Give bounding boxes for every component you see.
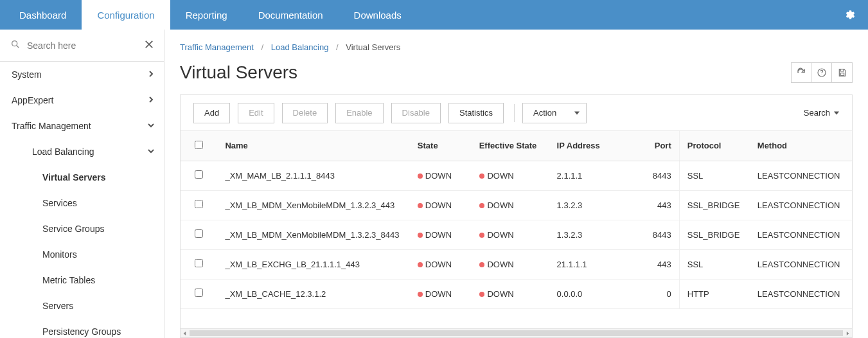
status-dot-icon: [479, 203, 484, 208]
help-button[interactable]: [811, 62, 832, 83]
col-effective-state[interactable]: Effective State: [466, 131, 549, 161]
sidebar-item-service-groups[interactable]: Service Groups: [0, 216, 164, 242]
col-state[interactable]: State: [410, 131, 467, 161]
row-checkbox[interactable]: [195, 200, 203, 208]
search-dropdown[interactable]: Search: [804, 108, 839, 118]
row-checkbox[interactable]: [195, 170, 203, 179]
col-method[interactable]: Method: [750, 131, 852, 161]
col-protocol[interactable]: Protocol: [679, 131, 750, 161]
cell-select: [181, 220, 217, 249]
enable-button[interactable]: Enable: [335, 103, 383, 123]
row-checkbox[interactable]: [195, 229, 203, 238]
col-select[interactable]: [181, 131, 217, 161]
cell-protocol: SSL: [679, 161, 750, 190]
sidebar-item-load-balancing[interactable]: Load Balancing: [0, 139, 164, 165]
table-scroll[interactable]: NameStateEffective StateIP AddressPortPr…: [181, 131, 852, 328]
sidebar-item-servers[interactable]: Servers: [0, 293, 164, 319]
col-ip-address[interactable]: IP Address: [549, 131, 636, 161]
status-dot-icon: [479, 292, 484, 297]
status-dot-icon: [479, 262, 484, 267]
sidebar-item-label: AppExpert: [12, 95, 53, 105]
toolbar-separator: [514, 104, 515, 122]
save-button[interactable]: [832, 62, 853, 83]
row-checkbox[interactable]: [195, 289, 203, 297]
caret-down-icon: [574, 108, 580, 118]
cell-effective-state: DOWN: [466, 161, 549, 190]
cell-name: _XM_MAM_LB_2.1.1.1_8443: [217, 161, 409, 190]
sidebar-item-label: Service Groups: [42, 224, 104, 234]
select-all-checkbox[interactable]: [195, 141, 203, 149]
cell-method: LEASTCONNECTION: [750, 220, 852, 249]
status-dot-icon: [418, 262, 423, 267]
topnav-tab-reporting[interactable]: Reporting: [170, 0, 243, 30]
sidebar-item-traffic-management[interactable]: Traffic Management: [0, 113, 164, 139]
cell-effective-state: DOWN: [466, 279, 549, 308]
sidebar-nav: SystemAppExpertTraffic ManagementLoad Ba…: [0, 62, 164, 338]
sidebar-item-virtual-servers[interactable]: Virtual Servers: [0, 165, 164, 190]
scroll-thumb[interactable]: [190, 330, 843, 336]
cell-method: LEASTCONNECTION: [750, 190, 852, 220]
cell-state: DOWN: [410, 161, 467, 190]
cell-port: 0: [635, 279, 679, 308]
scroll-right-icon[interactable]: [843, 329, 852, 337]
topnav-tab-downloads[interactable]: Downloads: [339, 0, 417, 30]
breadcrumb-traffic-management[interactable]: Traffic Management: [180, 42, 254, 52]
chevron-right-icon: [147, 95, 155, 105]
horizontal-scrollbar[interactable]: [181, 328, 852, 337]
sidebar-item-metric-tables[interactable]: Metric Tables: [0, 267, 164, 293]
sidebar-item-label: Virtual Servers: [42, 172, 106, 182]
settings-gear-icon[interactable]: [844, 0, 855, 30]
cell-ip: 2.1.1.1: [549, 161, 636, 190]
table-row[interactable]: _XM_LB_MDM_XenMobileMDM_1.3.2.3_8443DOWN…: [181, 220, 852, 249]
svg-marker-10: [847, 332, 849, 335]
cell-effective-state: DOWN: [466, 220, 549, 249]
table-row[interactable]: _XM_LB_CACHE_12.3.1.2DOWNDOWN0.0.0.00HTT…: [181, 279, 852, 308]
scroll-left-icon[interactable]: [181, 329, 190, 337]
cell-state: DOWN: [410, 279, 467, 308]
cell-state: DOWN: [410, 249, 467, 279]
status-dot-icon: [479, 233, 484, 238]
sidebar-search-clear-icon[interactable]: [145, 40, 154, 51]
table-row[interactable]: _XM_MAM_LB_2.1.1.1_8443DOWNDOWN2.1.1.184…: [181, 161, 852, 190]
topnav-tab-dashboard[interactable]: Dashboard: [4, 0, 82, 30]
search-icon: [10, 39, 21, 52]
sidebar-item-label: Metric Tables: [42, 275, 95, 285]
cell-port: 8443: [635, 161, 679, 190]
breadcrumb: Traffic Management / Load Balancing / Vi…: [180, 42, 853, 52]
sidebar-item-appexpert[interactable]: AppExpert: [0, 87, 164, 113]
status-dot-icon: [418, 233, 423, 238]
cell-port: 443: [635, 190, 679, 220]
titlebar: Virtual Servers: [180, 62, 853, 83]
sidebar-item-label: Servers: [42, 301, 73, 311]
table-row[interactable]: _XM_LB_MDM_XenMobileMDM_1.3.2.3_443DOWND…: [181, 190, 852, 220]
cell-state: DOWN: [410, 190, 467, 220]
cell-port: 8443: [635, 220, 679, 249]
sidebar-item-label: Load Balancing: [32, 147, 94, 157]
cell-ip: 0.0.0.0: [549, 279, 636, 308]
sidebar-search-input[interactable]: [27, 40, 145, 51]
row-checkbox[interactable]: [195, 259, 203, 267]
cell-select: [181, 190, 217, 220]
svg-rect-6: [840, 73, 844, 76]
sidebar-item-persistency-groups[interactable]: Persistency Groups: [0, 319, 164, 338]
cell-method: LEASTCONNECTION: [750, 161, 852, 190]
cell-protocol: SSL_BRIDGE: [679, 220, 750, 249]
delete-button[interactable]: Delete: [282, 103, 328, 123]
add-button[interactable]: Add: [193, 103, 230, 123]
breadcrumb-sep: /: [336, 42, 339, 52]
topnav-tab-documentation[interactable]: Documentation: [243, 0, 339, 30]
col-name[interactable]: Name: [217, 131, 409, 161]
sidebar-item-services[interactable]: Services: [0, 190, 164, 216]
disable-button[interactable]: Disable: [391, 103, 441, 123]
edit-button[interactable]: Edit: [238, 103, 274, 123]
sidebar-item-monitors[interactable]: Monitors: [0, 242, 164, 267]
action-dropdown[interactable]: Action: [522, 103, 587, 123]
statistics-button[interactable]: Statistics: [448, 103, 504, 123]
col-port[interactable]: Port: [635, 131, 679, 161]
sidebar-item-system[interactable]: System: [0, 62, 164, 87]
cell-select: [181, 161, 217, 190]
refresh-button[interactable]: [791, 62, 811, 83]
table-row[interactable]: _XM_LB_EXCHG_LB_21.1.1.1_443DOWNDOWN21.1…: [181, 249, 852, 279]
topnav-tab-configuration[interactable]: Configuration: [82, 0, 170, 30]
breadcrumb-load-balancing[interactable]: Load Balancing: [271, 42, 329, 52]
